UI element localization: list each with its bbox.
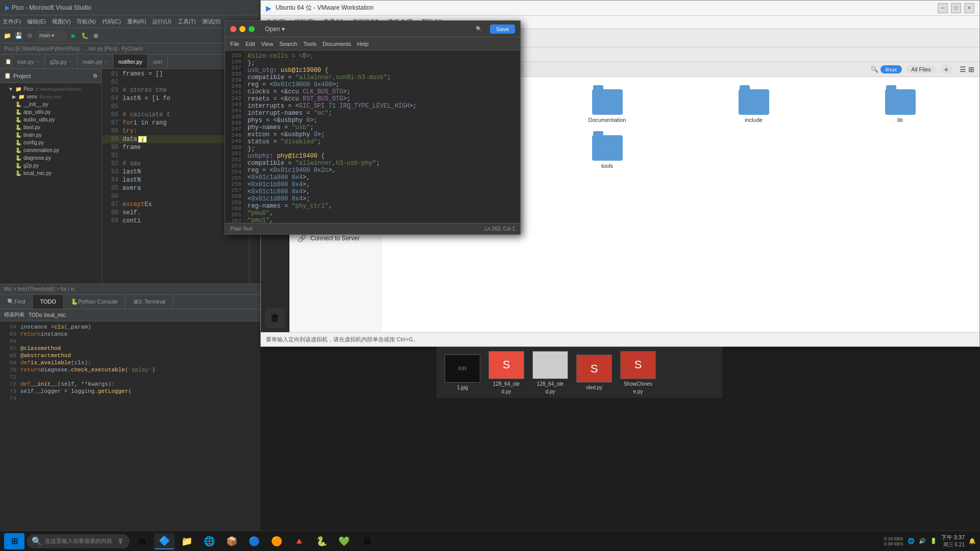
pycharm-icon: 💚 [338, 536, 350, 547]
taskbar-app-pycharm[interactable]: 💚 [334, 533, 354, 549]
gedit-menu-tools[interactable]: Tools [303, 41, 316, 47]
menu-file[interactable]: 文件(F) [3, 18, 21, 26]
lower-tab-find[interactable]: 🔍 Find [0, 295, 33, 309]
gedit-minimize-button[interactable] [239, 26, 246, 32]
gedit-maximize-button[interactable] [249, 26, 255, 32]
tree-item-init[interactable]: 🐍__init__.py [0, 101, 102, 108]
file-item-128oled2[interactable]: 128_64_ole d.py [532, 351, 568, 394]
gedit-menu-search[interactable]: Search [279, 41, 297, 47]
tab-main[interactable]: main.py × [78, 55, 113, 68]
menu-view[interactable]: 视图(V) [52, 18, 71, 26]
tab-con[interactable]: con [148, 55, 168, 68]
fm-add-button[interactable]: + [940, 64, 952, 74]
vmware-maximize-button[interactable]: □ [951, 3, 961, 13]
menu-tools[interactable]: 工具(T) [178, 18, 196, 26]
folder-tools[interactable]: tools [536, 131, 678, 173]
taskbar-app-explorer[interactable]: 📁 [177, 533, 197, 549]
tree-item-conv[interactable]: 🐍conversation.py [0, 146, 102, 154]
project-tree-header: 📋Project ⚙ [0, 69, 102, 83]
gedit-save-button[interactable]: Save [490, 24, 515, 34]
toolbar-settings-icon[interactable]: ⚙ [25, 31, 34, 40]
tray-notifications-icon[interactable]: 🔔 [969, 538, 976, 544]
system-clock[interactable]: 下午 3:37 周三 6.21 [941, 534, 965, 548]
run-config-dropdown[interactable]: main ▾ [36, 31, 67, 41]
fm-filter-linux[interactable]: linux [880, 65, 902, 73]
taskbar-app-vmware[interactable]: 🖥 [356, 533, 377, 549]
pycharm-editor-tabs: 📋 ose.py × g2p.py × main.py × notifier.p… [0, 55, 260, 69]
gedit-open-btn[interactable]: Open ▾ [265, 26, 472, 33]
menu-edit[interactable]: 编辑(E) [27, 18, 46, 26]
lower-line-70: 70 return diagnose.check_executable('apl… [0, 366, 260, 373]
fm-grid-view-icon[interactable]: ⊞ [968, 65, 974, 73]
tree-item-diagnose[interactable]: 🐍diagnose.py [0, 154, 102, 162]
taskbar-app-chrome[interactable]: 🌐 [199, 533, 219, 549]
gedit-search-bar-icon[interactable]: 🔍 [476, 26, 482, 32]
tree-item-localmic[interactable]: 🐍local_mic.py [0, 169, 102, 177]
toolbar-folder-icon[interactable]: 📁 [3, 31, 12, 40]
project-settings-icon[interactable]: ⚙ [93, 73, 97, 79]
tree-item-audio[interactable]: 🐍audio_utils.py [0, 116, 102, 123]
menu-refactor[interactable]: 重构(R) [127, 18, 146, 26]
debug-button[interactable]: 🐛 [80, 31, 89, 40]
taskbar-app-store[interactable]: 📦 [222, 533, 242, 549]
folder-include[interactable]: include [682, 85, 825, 127]
vmware-title: Ubuntu 64 位 - VMware Workstation [276, 4, 374, 12]
taskbar-search-bar[interactable]: 🔍 在这里输入你要搜索的内容 🎙 [27, 534, 130, 548]
lower-tab-todo[interactable]: TODO [33, 295, 64, 309]
fm-list-view-icon[interactable]: ☰ [960, 65, 966, 73]
tab-notifier[interactable]: notifier.py [113, 55, 148, 68]
folder-documentation[interactable]: Documentation [536, 85, 678, 127]
gedit-code-area[interactable]: 235236237238239 240241242243244 24524624… [225, 51, 520, 223]
taskbar-app-python[interactable]: 🐍 [311, 533, 332, 549]
taskbar-app-vs[interactable]: 🔷 [154, 533, 175, 549]
taskbar-app-blue[interactable]: 🔵 [244, 533, 264, 549]
lower-tab-terminal[interactable]: 🖥 3: Terminal [126, 295, 174, 309]
taskbar-mic-icon[interactable]: 🎙 [117, 537, 125, 545]
tree-item-venv[interactable]: ▶📁venv library root [0, 93, 102, 101]
gedit-menu-documents[interactable]: Documents [323, 41, 351, 47]
folder-documentation-label: Documentation [589, 117, 626, 123]
lower-tab-console[interactable]: 🐍 Python Console [64, 295, 126, 309]
gedit-menu-view[interactable]: View [261, 41, 274, 47]
menu-code[interactable]: 代码(C) [102, 18, 121, 26]
lower-code-area: 64 instance = cls(_param) 65 return inst… [0, 321, 260, 540]
taskbar-app-orange[interactable]: 🟠 [266, 533, 287, 549]
file-item-showchines[interactable]: S ShowChines e.py [620, 351, 656, 394]
breadcrumb-bar: Mic > fetchThreshold() > for i in [0, 284, 260, 295]
file-item-128oled1[interactable]: S 128_64_ole d.py [488, 351, 524, 394]
folder-lib[interactable]: lib [829, 85, 971, 127]
fm-filter-all[interactable]: All Files [906, 65, 936, 73]
tree-item-brain[interactable]: 🐍brain.py [0, 131, 102, 139]
folder-lib-label: lib [897, 117, 903, 123]
fm-view-options: ☰ ⊞ [960, 65, 974, 73]
menu-test[interactable]: 测试(S) [202, 18, 221, 26]
gedit-menu-file[interactable]: File [230, 41, 239, 47]
stop-button[interactable]: ⏹ [91, 31, 101, 40]
run-button[interactable]: ▶ [69, 31, 78, 40]
store-icon: 📦 [226, 536, 237, 547]
gedit-window: Open ▾ 🔍 Save File Edit View Search Tool… [225, 20, 521, 235]
gedit-menu-edit[interactable]: Edit [246, 41, 255, 47]
lower-line-67: 67 @classmethod [0, 345, 260, 352]
tree-item-pico[interactable]: ▼📁Pico E:\WorkSpace\Python\ [0, 85, 102, 93]
vmware-minimize-button[interactable]: ─ [938, 3, 948, 13]
start-button[interactable]: ⊞ [4, 533, 24, 549]
menu-run[interactable]: 运行(U) [152, 18, 171, 26]
tree-item-app-utils[interactable]: 🐍app_utils.py [0, 108, 102, 116]
tree-item-g2p[interactable]: 🐍g2p.py [0, 162, 102, 169]
file-item-1jpg[interactable]: 你好 1.jpg [445, 355, 480, 390]
gedit-menu-help[interactable]: Help [357, 41, 369, 47]
vmware-status: 要将输入定向到该虚拟机，请在虚拟机内部单击或按 Ctrl+G。 [261, 332, 979, 346]
menu-navigate[interactable]: 导航(N) [77, 18, 95, 26]
toolbar-save-icon[interactable]: 💾 [14, 31, 23, 40]
taskbar-app-red[interactable]: 🔺 [289, 533, 309, 549]
gedit-close-button[interactable] [230, 26, 236, 32]
ubuntu-trash-icon[interactable]: 🗑 [265, 308, 285, 328]
tab-ose[interactable]: ose.py × [12, 55, 45, 68]
tree-item-config[interactable]: 🐍config.py [0, 139, 102, 146]
tree-item-boot[interactable]: 🐍boot.py [0, 123, 102, 131]
taskbar-task-view[interactable]: ⊞ [132, 533, 152, 549]
tab-g2p[interactable]: g2p.py × [45, 55, 78, 68]
file-item-oledpy[interactable]: S oled.py [576, 355, 612, 390]
vmware-close-button[interactable]: × [964, 3, 974, 13]
